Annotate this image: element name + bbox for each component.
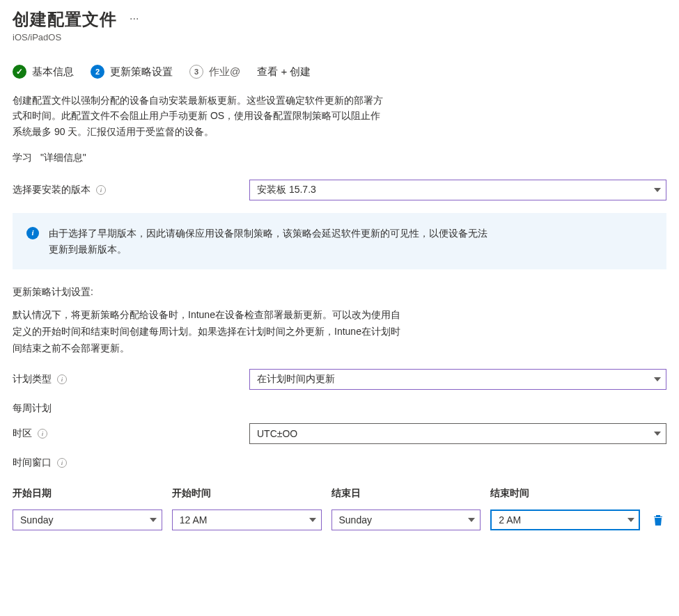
timezone-label: 时区 [13, 427, 32, 440]
time-window-row: Sunday 12 AM Sunday 2 AM [13, 510, 666, 530]
chevron-down-icon [654, 377, 661, 381]
learn-more-link[interactable]: "详细信息" [40, 152, 86, 163]
time-window-table: 开始日期 开始时间 结束日 结束时间 Sunday 12 AM Sunday 2 [13, 482, 666, 530]
info-icon[interactable] [57, 458, 67, 468]
schedule-section-title: 更新策略计划设置: [13, 286, 666, 299]
step-assignments[interactable]: 3 作业@ [189, 65, 240, 79]
info-icon[interactable] [96, 185, 106, 195]
col-start-day: 开始日期 [13, 487, 162, 500]
step-review-create[interactable]: 查看 + 创建 [257, 65, 311, 79]
check-icon [13, 65, 26, 79]
chevron-down-icon [654, 188, 661, 192]
step-number-icon: 3 [189, 65, 203, 79]
trash-icon [653, 514, 664, 526]
version-select[interactable]: 安装板 15.7.3 [249, 180, 666, 200]
end-day-select[interactable]: Sunday [331, 510, 481, 530]
info-icon[interactable] [57, 374, 67, 384]
start-day-select[interactable]: Sunday [13, 510, 162, 530]
timezone-value: UTC±OO [257, 428, 297, 439]
chevron-down-icon [309, 518, 316, 522]
version-select-value: 安装板 15.7.3 [257, 184, 316, 196]
version-label: 选择要安装的版本 [13, 184, 91, 196]
page-subtitle: iOS/iPadOS [13, 32, 666, 42]
banner-text: 由于选择了早期版本，因此请确保应用设备限制策略，该策略会延迟软件更新的可见性，以… [49, 226, 494, 257]
chevron-down-icon [654, 432, 661, 436]
schedule-description: 默认情况下，将更新策略分配给设备时，Intune在设备检查部署最新更新。可以改为… [13, 307, 403, 356]
wizard-stepper: 基本信息 2 更新策略设置 3 作业@ 查看 + 创建 [13, 65, 666, 79]
time-window-label: 时间窗口 [13, 457, 52, 469]
col-end-time: 结束时间 [490, 487, 640, 500]
end-time-select[interactable]: 2 AM [490, 510, 640, 530]
page-title: 创建配置文件 [13, 8, 117, 31]
schedule-type-value: 在计划时间内更新 [257, 373, 335, 386]
info-icon[interactable] [38, 429, 47, 439]
chevron-down-icon [627, 518, 634, 522]
early-version-warning-banner: 由于选择了早期版本，因此请确保应用设备限制策略，该策略会延迟软件更新的可见性，以… [13, 213, 666, 269]
more-actions-button[interactable]: ··· [130, 8, 139, 25]
step-basics[interactable]: 基本信息 [13, 65, 74, 79]
step-number-icon: 2 [91, 65, 104, 79]
learn-more-row: 学习 "详细信息" [13, 152, 666, 164]
timezone-select[interactable]: UTC±OO [249, 423, 666, 444]
delete-row-button[interactable] [650, 512, 666, 528]
start-time-select[interactable]: 12 AM [172, 510, 322, 530]
intro-description: 创建配置文件以强制分配的设备自动安装最新板更新。这些设置确定软件更新的部署方式和… [13, 93, 389, 139]
schedule-type-select[interactable]: 在计划时间内更新 [249, 369, 666, 390]
col-start-time: 开始时间 [172, 487, 322, 500]
schedule-type-label: 计划类型 [13, 373, 52, 386]
col-end-day: 结束日 [331, 487, 481, 500]
weekly-schedule-heading: 每周计划 [13, 402, 666, 415]
step-update-policy[interactable]: 2 更新策略设置 [91, 65, 173, 79]
info-icon [26, 227, 39, 239]
chevron-down-icon [150, 518, 157, 522]
chevron-down-icon [468, 518, 475, 522]
learn-label: 学习 [13, 152, 32, 163]
